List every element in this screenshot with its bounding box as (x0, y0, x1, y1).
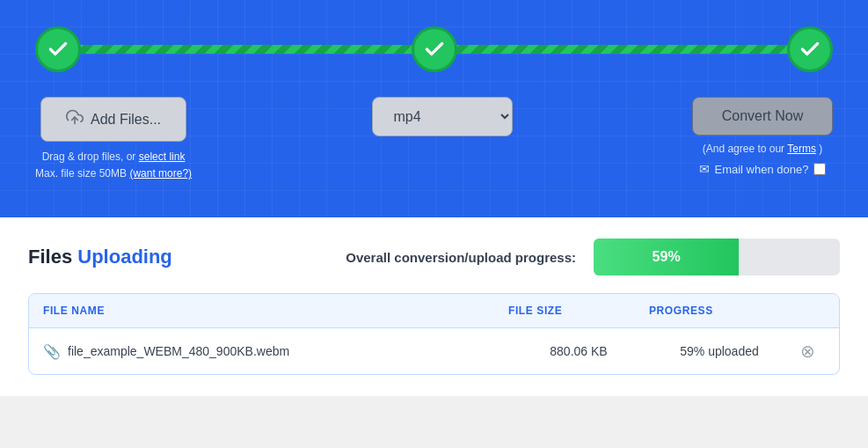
add-files-label: Add Files... (91, 112, 161, 128)
terms-hint: (And agree to our (703, 143, 784, 155)
step-1-circle (35, 26, 81, 72)
add-files-hint: Drag & drop files, or select link Max. f… (35, 149, 192, 182)
bottom-section: Files Uploading Overall conversion/uploa… (0, 217, 868, 396)
uploading-word: Uploading (77, 246, 172, 268)
progress-percent: 59% (653, 249, 681, 265)
terms-link[interactable]: Terms (787, 143, 816, 155)
email-icon: ✉ (699, 162, 710, 176)
add-files-section: Add Files... Drag & drop files, or selec… (35, 97, 192, 182)
step-2-circle (412, 26, 457, 72)
drag-hint-text: Drag & drop files, or (42, 151, 136, 163)
file-name-text: file_example_WEBM_480_900KB.webm (68, 344, 289, 358)
step-line-2 (456, 45, 790, 54)
overall-progress-bar: 59% (594, 239, 840, 275)
col-header-progress: PROGRESS (649, 305, 790, 317)
select-link[interactable]: select link (139, 151, 186, 163)
step-line-1 (79, 45, 413, 54)
file-progress-cell: 59% uploaded (649, 344, 790, 358)
step-3-circle (787, 26, 833, 72)
add-files-button[interactable]: Add Files... (40, 97, 186, 142)
cancel-button[interactable]: ⊗ (790, 341, 825, 362)
paperclip-icon: 📎 (43, 343, 61, 360)
col-header-action (790, 305, 825, 317)
col-header-filesize: FILE SIZE (508, 305, 649, 317)
table-header: FILE NAME FILE SIZE PROGRESS (29, 294, 839, 328)
file-table: FILE NAME FILE SIZE PROGRESS 📎 file_exam… (28, 293, 840, 375)
progress-fill: 59% (594, 239, 739, 275)
convert-terms: (And agree to our Terms ) (703, 143, 823, 155)
file-name-cell: 📎 file_example_WEBM_480_900KB.webm (43, 343, 508, 360)
email-done-row: ✉ Email when done? (699, 162, 827, 176)
controls-row: Add Files... Drag & drop files, or selec… (35, 97, 833, 182)
terms-hint-close: ) (819, 143, 822, 155)
files-word: Files (28, 246, 72, 268)
top-section: Add Files... Drag & drop files, or selec… (0, 0, 868, 217)
convert-section: Convert Now (And agree to our Terms ) ✉ … (692, 97, 833, 176)
convert-button[interactable]: Convert Now (692, 97, 833, 136)
steps-row (35, 26, 833, 72)
email-checkbox[interactable] (813, 163, 826, 175)
max-size-text: Max. file size 50MB (35, 167, 127, 180)
format-section: mp4 avi mov mkv webm mp3 wav (372, 97, 513, 136)
email-label: Email when done? (715, 163, 809, 176)
overall-label: Overall conversion/upload progress: (346, 250, 576, 265)
format-select[interactable]: mp4 avi mov mkv webm mp3 wav (372, 97, 513, 136)
progress-header: Files Uploading Overall conversion/uploa… (28, 239, 840, 275)
upload-icon (66, 108, 84, 130)
want-more-link[interactable]: (want more?) (129, 167, 192, 180)
file-size-cell: 880.06 KB (508, 344, 649, 358)
table-row: 📎 file_example_WEBM_480_900KB.webm 880.0… (29, 328, 839, 374)
files-uploading-title: Files Uploading (28, 246, 172, 268)
col-header-filename: FILE NAME (43, 305, 508, 317)
